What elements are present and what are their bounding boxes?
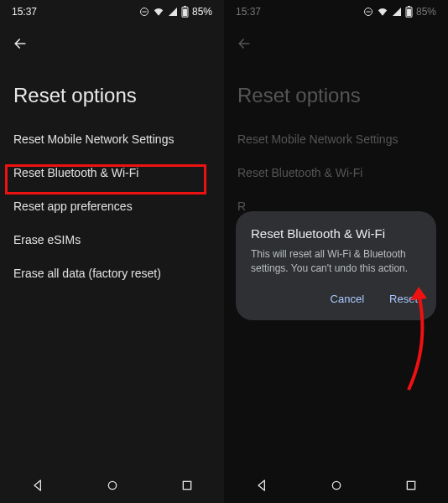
svg-rect-3 — [184, 6, 186, 7]
reset-options-list: Reset Mobile Network Settings Reset Blue… — [0, 122, 224, 290]
svg-rect-4 — [183, 9, 187, 17]
back-button[interactable] — [12, 35, 29, 52]
nav-home-icon[interactable] — [329, 478, 344, 493]
nav-recents-icon[interactable] — [180, 478, 195, 493]
svg-point-12 — [332, 481, 340, 489]
nav-back-icon[interactable] — [254, 478, 269, 493]
navigation-bar — [224, 468, 448, 503]
option-reset-app-preferences[interactable]: Reset app preferences — [0, 189, 224, 223]
status-bar: 15:37 85% — [0, 0, 224, 23]
signal-icon — [168, 7, 178, 17]
option-erase-esims[interactable]: Erase eSIMs — [0, 223, 224, 257]
option-reset-mobile-network[interactable]: Reset Mobile Network Settings — [0, 122, 224, 156]
nav-back-icon[interactable] — [30, 478, 45, 493]
dialog-body: This will reset all Wi-Fi & Bluetooth se… — [251, 247, 421, 276]
cancel-button[interactable]: Cancel — [327, 288, 367, 310]
reset-confirm-dialog: Reset Bluetooth & Wi-Fi This will reset … — [236, 211, 436, 320]
dialog-overlay: Reset Bluetooth & Wi-Fi This will reset … — [224, 0, 448, 503]
nav-home-icon[interactable] — [105, 478, 120, 493]
nav-recents-icon[interactable] — [404, 478, 419, 493]
option-erase-all-data[interactable]: Erase all data (factory reset) — [0, 257, 224, 290]
dialog-actions: Cancel Reset — [251, 288, 421, 310]
battery-icon — [181, 6, 189, 18]
status-icons: 85% — [139, 6, 212, 18]
status-time: 15:37 — [12, 6, 37, 18]
svg-rect-13 — [407, 481, 414, 489]
navigation-bar — [0, 468, 224, 503]
battery-percent: 85% — [192, 6, 212, 18]
dnd-icon — [139, 7, 149, 17]
svg-point-5 — [108, 481, 116, 489]
svg-rect-6 — [183, 481, 190, 489]
app-bar — [0, 23, 224, 64]
dialog-title: Reset Bluetooth & Wi-Fi — [251, 226, 421, 241]
phone-screen-left: 15:37 85% Reset options Reset Mobile Net… — [0, 0, 224, 503]
reset-button[interactable]: Reset — [386, 288, 421, 310]
option-reset-bluetooth-wifi[interactable]: Reset Bluetooth & Wi-Fi — [0, 156, 224, 189]
phone-screen-right: 15:37 85% Reset options Reset Mobile Net… — [224, 0, 448, 503]
wifi-icon — [153, 7, 164, 17]
page-title: Reset options — [0, 64, 224, 122]
